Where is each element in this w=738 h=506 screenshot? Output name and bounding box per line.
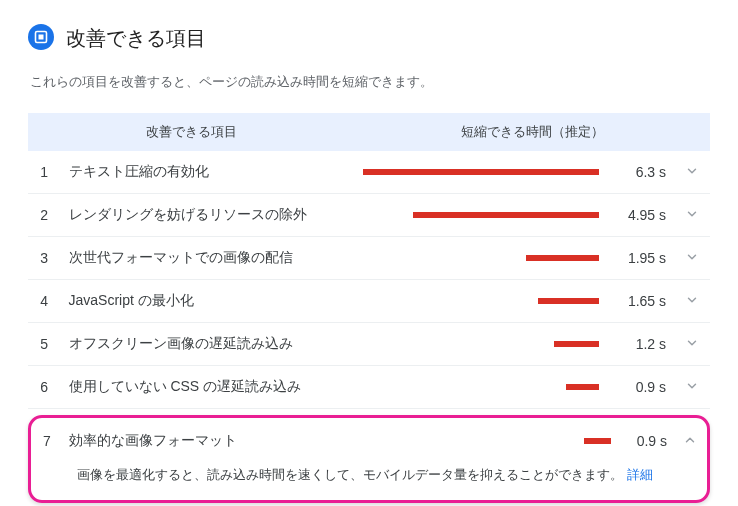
chevron-down-icon[interactable] xyxy=(685,336,699,353)
row-title: JavaScript の最小化 xyxy=(61,280,356,323)
chevron-down-icon[interactable] xyxy=(685,293,699,310)
opportunity-row[interactable]: 5オフスクリーン画像の遅延読み込み1.2 s xyxy=(28,323,710,366)
row-title: 効率的な画像フォーマット xyxy=(61,420,409,462)
row-savings: 6.3 s xyxy=(607,151,674,194)
row-title: オフスクリーン画像の遅延読み込み xyxy=(61,323,356,366)
chevron-down-icon[interactable] xyxy=(685,379,699,396)
row-savings: 1.2 s xyxy=(607,323,674,366)
savings-bar xyxy=(417,438,611,444)
row-savings: 4.95 s xyxy=(607,194,674,237)
row-title: レンダリングを妨げるリソースの除外 xyxy=(61,194,356,237)
opportunity-row[interactable]: 6使用していない CSS の遅延読み込み0.9 s xyxy=(28,366,710,409)
section-description: これらの項目を改善すると、ページの読み込み時間を短縮できます。 xyxy=(30,73,710,91)
row-index: 6 xyxy=(28,366,61,409)
opportunities-icon xyxy=(28,24,54,53)
savings-bar xyxy=(363,255,599,261)
opportunity-row[interactable]: 3次世代フォーマットでの画像の配信1.95 s xyxy=(28,237,710,280)
row-index: 3 xyxy=(28,237,61,280)
row-index: 7 xyxy=(33,420,61,462)
row-savings: 0.9 s xyxy=(619,420,675,462)
section-header: 改善できる項目 xyxy=(28,24,710,53)
col-opportunity: 改善できる項目 xyxy=(28,113,355,151)
row-title: 使用していない CSS の遅延読み込み xyxy=(61,366,356,409)
opportunity-row[interactable]: 7 効率的な画像フォーマット 0.9 s xyxy=(33,420,705,462)
chevron-down-icon[interactable] xyxy=(685,207,699,224)
chevron-down-icon[interactable] xyxy=(685,164,699,181)
row-savings: 1.65 s xyxy=(607,280,674,323)
detail-text: 画像を最適化すると、読み込み時間を速くして、モバイルデータ量を抑えることができま… xyxy=(77,467,623,482)
savings-bar xyxy=(363,341,599,347)
row-index: 5 xyxy=(28,323,61,366)
chevron-down-icon[interactable] xyxy=(685,250,699,267)
opportunities-table: 改善できる項目 短縮できる時間（推定） 1テキスト圧縮の有効化6.3 s2レンダ… xyxy=(28,113,710,409)
highlighted-opportunity: 7 効率的な画像フォーマット 0.9 s 画像を最適化すると、読み込み時間を速く… xyxy=(28,415,710,503)
row-title: 次世代フォーマットでの画像の配信 xyxy=(61,237,356,280)
opportunity-detail: 画像を最適化すると、読み込み時間を速くして、モバイルデータ量を抑えることができま… xyxy=(33,462,705,498)
row-title: テキスト圧縮の有効化 xyxy=(61,151,356,194)
section-title: 改善できる項目 xyxy=(66,25,206,52)
row-savings: 1.95 s xyxy=(607,237,674,280)
row-savings: 0.9 s xyxy=(607,366,674,409)
opportunity-row[interactable]: 4JavaScript の最小化1.65 s xyxy=(28,280,710,323)
savings-bar xyxy=(363,298,599,304)
detail-link[interactable]: 詳細 xyxy=(627,467,653,482)
row-index: 1 xyxy=(28,151,61,194)
col-estimated: 短縮できる時間（推定） xyxy=(355,113,710,151)
row-index: 2 xyxy=(28,194,61,237)
chevron-up-icon[interactable] xyxy=(683,433,697,450)
svg-rect-2 xyxy=(39,35,44,40)
savings-bar xyxy=(363,169,599,175)
opportunity-row[interactable]: 2レンダリングを妨げるリソースの除外4.95 s xyxy=(28,194,710,237)
savings-bar xyxy=(363,212,599,218)
savings-bar xyxy=(363,384,599,390)
opportunity-row[interactable]: 1テキスト圧縮の有効化6.3 s xyxy=(28,151,710,194)
row-index: 4 xyxy=(28,280,61,323)
